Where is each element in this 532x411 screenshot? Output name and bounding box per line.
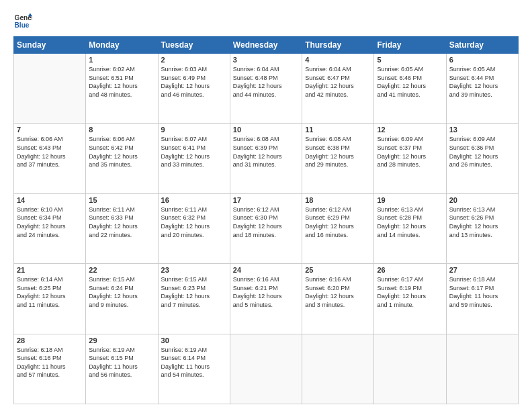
calendar-cell: 3Sunrise: 6:04 AM Sunset: 6:48 PM Daylig… (230, 54, 302, 124)
day-number: 19 (377, 196, 443, 204)
day-info: Sunrise: 6:10 AM Sunset: 6:34 PM Dayligh… (17, 205, 83, 239)
day-number: 5 (377, 56, 443, 64)
day-info: Sunrise: 6:08 AM Sunset: 6:38 PM Dayligh… (305, 135, 371, 169)
day-number: 30 (161, 336, 227, 345)
day-info: Sunrise: 6:18 AM Sunset: 6:16 PM Dayligh… (17, 346, 83, 379)
weekday-header-tuesday: Tuesday (158, 37, 230, 54)
day-info: Sunrise: 6:06 AM Sunset: 6:43 PM Dayligh… (17, 135, 83, 169)
day-number: 6 (449, 56, 515, 64)
day-number: 9 (161, 126, 227, 134)
calendar-cell: 1Sunrise: 6:02 AM Sunset: 6:51 PM Daylig… (86, 54, 158, 124)
calendar-cell: 15Sunrise: 6:11 AM Sunset: 6:33 PM Dayli… (86, 193, 158, 263)
weekday-header-wednesday: Wednesday (230, 37, 302, 54)
day-info: Sunrise: 6:17 AM Sunset: 6:19 PM Dayligh… (377, 275, 443, 309)
calendar-cell: 17Sunrise: 6:12 AM Sunset: 6:30 PM Dayli… (230, 193, 302, 263)
calendar-cell: 25Sunrise: 6:16 AM Sunset: 6:20 PM Dayli… (302, 264, 374, 334)
day-info: Sunrise: 6:15 AM Sunset: 6:23 PM Dayligh… (161, 275, 227, 309)
day-info: Sunrise: 6:16 AM Sunset: 6:20 PM Dayligh… (305, 275, 371, 309)
day-info: Sunrise: 6:12 AM Sunset: 6:30 PM Dayligh… (233, 205, 299, 239)
weekday-header-friday: Friday (374, 37, 446, 54)
day-number: 3 (233, 56, 299, 64)
calendar-cell (230, 334, 302, 404)
calendar-cell: 11Sunrise: 6:08 AM Sunset: 6:38 PM Dayli… (302, 124, 374, 193)
day-info: Sunrise: 6:11 AM Sunset: 6:33 PM Dayligh… (89, 205, 154, 239)
logo: General Blue (13, 12, 32, 31)
week-row-4: 21Sunrise: 6:14 AM Sunset: 6:25 PM Dayli… (14, 264, 519, 334)
day-number: 24 (233, 266, 299, 274)
day-info: Sunrise: 6:09 AM Sunset: 6:36 PM Dayligh… (449, 135, 515, 169)
calendar-cell (14, 54, 86, 124)
day-info: Sunrise: 6:19 AM Sunset: 6:14 PM Dayligh… (161, 346, 227, 379)
calendar-cell: 28Sunrise: 6:18 AM Sunset: 6:16 PM Dayli… (14, 334, 86, 404)
day-info: Sunrise: 6:04 AM Sunset: 6:48 PM Dayligh… (233, 65, 299, 99)
day-number: 22 (89, 266, 154, 274)
day-number: 23 (161, 266, 227, 274)
calendar-cell: 12Sunrise: 6:09 AM Sunset: 6:37 PM Dayli… (374, 124, 446, 193)
week-row-1: 1Sunrise: 6:02 AM Sunset: 6:51 PM Daylig… (14, 54, 519, 124)
calendar-cell: 23Sunrise: 6:15 AM Sunset: 6:23 PM Dayli… (158, 264, 230, 334)
calendar-cell: 7Sunrise: 6:06 AM Sunset: 6:43 PM Daylig… (14, 124, 86, 193)
calendar-cell: 16Sunrise: 6:11 AM Sunset: 6:32 PM Dayli… (158, 193, 230, 263)
week-row-3: 14Sunrise: 6:10 AM Sunset: 6:34 PM Dayli… (14, 193, 519, 263)
calendar-cell: 6Sunrise: 6:05 AM Sunset: 6:44 PM Daylig… (446, 54, 518, 124)
calendar-cell: 21Sunrise: 6:14 AM Sunset: 6:25 PM Dayli… (14, 264, 86, 334)
calendar-cell: 20Sunrise: 6:13 AM Sunset: 6:26 PM Dayli… (446, 193, 518, 263)
day-number: 1 (89, 56, 154, 64)
weekday-header-row: SundayMondayTuesdayWednesdayThursdayFrid… (14, 37, 519, 54)
calendar-cell (374, 334, 446, 404)
day-number: 28 (17, 336, 83, 345)
day-number: 20 (449, 196, 515, 204)
calendar-cell: 10Sunrise: 6:08 AM Sunset: 6:39 PM Dayli… (230, 124, 302, 193)
day-info: Sunrise: 6:12 AM Sunset: 6:29 PM Dayligh… (305, 205, 371, 239)
day-number: 29 (89, 336, 154, 345)
calendar-cell: 5Sunrise: 6:05 AM Sunset: 6:46 PM Daylig… (374, 54, 446, 124)
calendar-cell: 13Sunrise: 6:09 AM Sunset: 6:36 PM Dayli… (446, 124, 518, 193)
day-number: 21 (17, 266, 83, 274)
day-number: 15 (89, 196, 154, 204)
calendar-cell: 29Sunrise: 6:19 AM Sunset: 6:15 PM Dayli… (86, 334, 158, 404)
day-info: Sunrise: 6:09 AM Sunset: 6:37 PM Dayligh… (377, 135, 443, 169)
day-info: Sunrise: 6:04 AM Sunset: 6:47 PM Dayligh… (305, 65, 371, 99)
calendar-cell: 14Sunrise: 6:10 AM Sunset: 6:34 PM Dayli… (14, 193, 86, 263)
calendar-cell (446, 334, 518, 404)
svg-text:Blue: Blue (15, 21, 30, 29)
day-info: Sunrise: 6:05 AM Sunset: 6:46 PM Dayligh… (377, 65, 443, 99)
weekday-header-monday: Monday (86, 37, 158, 54)
day-info: Sunrise: 6:03 AM Sunset: 6:49 PM Dayligh… (161, 65, 227, 99)
day-info: Sunrise: 6:14 AM Sunset: 6:25 PM Dayligh… (17, 275, 83, 309)
weekday-header-sunday: Sunday (14, 37, 86, 54)
day-number: 7 (17, 126, 83, 134)
day-info: Sunrise: 6:19 AM Sunset: 6:15 PM Dayligh… (89, 346, 154, 379)
day-number: 2 (161, 56, 227, 64)
calendar-page: General Blue SundayMondayTuesdayWednesda… (0, 0, 532, 411)
day-info: Sunrise: 6:16 AM Sunset: 6:21 PM Dayligh… (233, 275, 299, 309)
day-info: Sunrise: 6:18 AM Sunset: 6:17 PM Dayligh… (449, 275, 515, 309)
day-number: 8 (89, 126, 154, 134)
day-info: Sunrise: 6:11 AM Sunset: 6:32 PM Dayligh… (161, 205, 227, 239)
day-number: 27 (449, 266, 515, 274)
day-number: 16 (161, 196, 227, 204)
calendar-cell: 26Sunrise: 6:17 AM Sunset: 6:19 PM Dayli… (374, 264, 446, 334)
week-row-5: 28Sunrise: 6:18 AM Sunset: 6:16 PM Dayli… (14, 334, 519, 404)
calendar-cell: 24Sunrise: 6:16 AM Sunset: 6:21 PM Dayli… (230, 264, 302, 334)
day-info: Sunrise: 6:13 AM Sunset: 6:26 PM Dayligh… (449, 205, 515, 239)
day-info: Sunrise: 6:02 AM Sunset: 6:51 PM Dayligh… (89, 65, 154, 99)
day-number: 10 (233, 126, 299, 134)
day-info: Sunrise: 6:13 AM Sunset: 6:28 PM Dayligh… (377, 205, 443, 239)
day-number: 26 (377, 266, 443, 274)
weekday-header-saturday: Saturday (446, 37, 518, 54)
calendar-cell: 8Sunrise: 6:06 AM Sunset: 6:42 PM Daylig… (86, 124, 158, 193)
day-info: Sunrise: 6:15 AM Sunset: 6:24 PM Dayligh… (89, 275, 154, 309)
day-number: 4 (305, 56, 371, 64)
header: General Blue (13, 12, 519, 31)
logo-icon: General Blue (13, 12, 32, 31)
day-number: 25 (305, 266, 371, 274)
calendar-cell: 27Sunrise: 6:18 AM Sunset: 6:17 PM Dayli… (446, 264, 518, 334)
calendar-cell: 4Sunrise: 6:04 AM Sunset: 6:47 PM Daylig… (302, 54, 374, 124)
calendar-cell: 19Sunrise: 6:13 AM Sunset: 6:28 PM Dayli… (374, 193, 446, 263)
day-info: Sunrise: 6:05 AM Sunset: 6:44 PM Dayligh… (449, 65, 515, 99)
calendar-cell: 9Sunrise: 6:07 AM Sunset: 6:41 PM Daylig… (158, 124, 230, 193)
day-info: Sunrise: 6:08 AM Sunset: 6:39 PM Dayligh… (233, 135, 299, 169)
day-number: 14 (17, 196, 83, 204)
calendar-cell: 18Sunrise: 6:12 AM Sunset: 6:29 PM Dayli… (302, 193, 374, 263)
